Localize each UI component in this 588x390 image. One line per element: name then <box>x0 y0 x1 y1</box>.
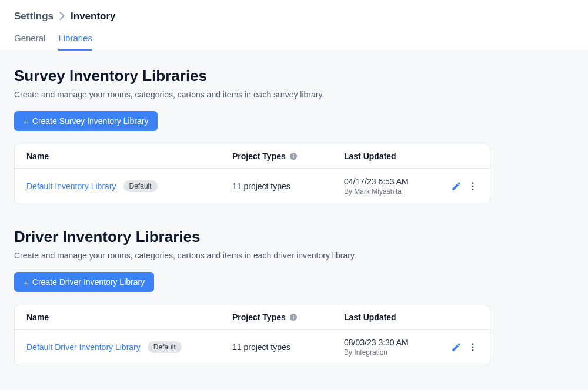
project-types-value: 11 project types <box>232 342 290 352</box>
survey-table-header: Name Project Types Last Updated <box>15 144 490 169</box>
last-updated-by: By Integration <box>344 348 438 357</box>
svg-point-11 <box>472 349 474 351</box>
create-survey-library-label: Create Survey Inventory Library <box>32 116 149 126</box>
chevron-right-icon <box>59 12 65 22</box>
create-driver-library-label: Create Driver Inventory Library <box>32 277 145 287</box>
svg-rect-1 <box>293 156 293 158</box>
library-name-link[interactable]: Default Driver Inventory Library <box>26 342 141 352</box>
table-row: Default Inventory Library Default 11 pro… <box>15 169 490 204</box>
last-updated-date: 08/03/23 3:30 AM <box>344 338 438 347</box>
svg-point-5 <box>472 189 474 190</box>
svg-point-9 <box>472 343 474 345</box>
plus-icon: + <box>24 117 29 126</box>
tab-libraries[interactable]: Libraries <box>58 31 92 51</box>
default-badge: Default <box>148 341 182 353</box>
default-badge: Default <box>123 180 158 192</box>
survey-section-title: Survey Inventory Libraries <box>14 67 574 85</box>
column-project-types-label: Project Types <box>232 312 286 322</box>
more-icon[interactable] <box>467 181 478 191</box>
svg-point-10 <box>472 347 474 348</box>
survey-section-description: Create and manage your rooms, categories… <box>14 90 574 99</box>
library-name-link[interactable]: Default Inventory Library <box>26 181 116 191</box>
tab-general[interactable]: General <box>14 31 45 51</box>
svg-point-3 <box>472 182 474 184</box>
tabs: General Libraries <box>14 31 574 51</box>
column-last-updated: Last Updated <box>344 312 438 322</box>
driver-section: Driver Inventory Libraries Create and ma… <box>14 228 574 365</box>
column-name: Name <box>26 152 232 161</box>
last-updated-by: By Mark Miyashita <box>344 187 438 196</box>
driver-table: Name Project Types Last Updated Default … <box>14 305 490 365</box>
last-updated-date: 04/17/23 6:53 AM <box>344 177 438 186</box>
column-project-types: Project Types <box>232 312 344 322</box>
table-row: Default Driver Inventory Library Default… <box>15 330 490 365</box>
svg-point-8 <box>293 315 294 316</box>
more-icon[interactable] <box>467 342 478 352</box>
breadcrumb: Settings Inventory <box>14 11 574 22</box>
column-name: Name <box>26 312 232 322</box>
edit-icon[interactable] <box>451 342 462 352</box>
info-icon[interactable] <box>289 313 298 321</box>
survey-table: Name Project Types Last Updated Default … <box>14 144 490 204</box>
column-project-types-label: Project Types <box>232 152 286 161</box>
project-types-value: 11 project types <box>232 181 290 191</box>
breadcrumb-parent[interactable]: Settings <box>14 11 54 22</box>
svg-point-4 <box>472 186 474 187</box>
svg-point-2 <box>293 154 294 155</box>
info-icon[interactable] <box>289 152 298 160</box>
edit-icon[interactable] <box>451 181 462 191</box>
svg-rect-7 <box>293 317 293 319</box>
plus-icon: + <box>24 278 29 287</box>
create-driver-library-button[interactable]: + Create Driver Inventory Library <box>14 272 154 292</box>
driver-table-header: Name Project Types Last Updated <box>15 305 490 330</box>
survey-section: Survey Inventory Libraries Create and ma… <box>14 67 574 204</box>
driver-section-description: Create and manage your rooms, categories… <box>14 251 574 260</box>
create-survey-library-button[interactable]: + Create Survey Inventory Library <box>14 111 158 131</box>
column-last-updated: Last Updated <box>344 152 438 161</box>
breadcrumb-current: Inventory <box>71 11 116 22</box>
driver-section-title: Driver Inventory Libraries <box>14 228 574 246</box>
column-project-types: Project Types <box>232 152 344 161</box>
